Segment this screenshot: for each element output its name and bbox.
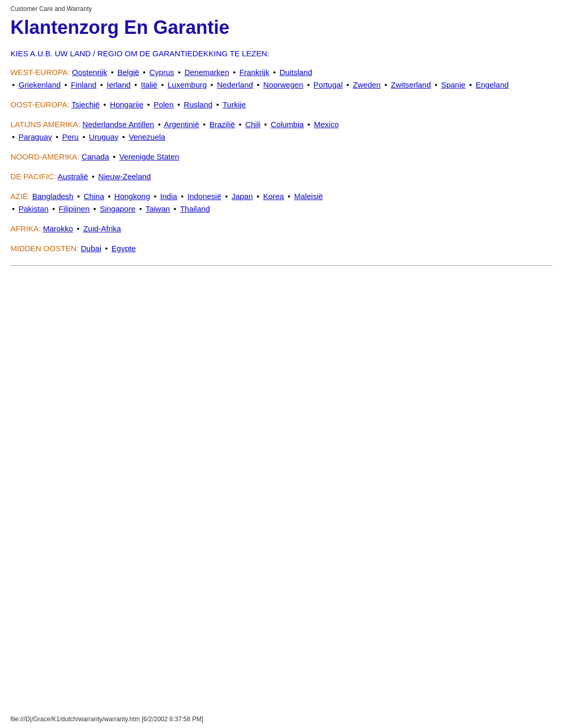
- bullet: •: [154, 192, 156, 201]
- bullet: •: [178, 68, 180, 77]
- link-mexico[interactable]: Mexico: [314, 120, 339, 129]
- region-azie: AZIË: Bangladesh • China • Hongkong • In…: [10, 190, 553, 215]
- region-label-de-pacific: DE PACIFIC:: [10, 172, 56, 181]
- region-oost-europa: OOST-EUROPA: Tsjechië • Hongarije • Pole…: [10, 98, 553, 111]
- link-korea[interactable]: Korea: [263, 192, 284, 201]
- link-turkije[interactable]: Turkije: [223, 100, 246, 109]
- bullet: •: [288, 192, 290, 201]
- link-canada[interactable]: Canada: [82, 152, 109, 161]
- link-engeland[interactable]: Engeland: [475, 80, 508, 89]
- region-de-pacific: DE PACIFIC: Australië • Nieuw-Zeeland: [10, 170, 553, 183]
- region-afrika: AFRIKA: Marokko • Zuid-Afrika: [10, 223, 553, 235]
- link-marokko[interactable]: Marokko: [43, 224, 74, 233]
- region-label-west-europa: WEST-EUROPA:: [10, 68, 70, 77]
- link-frankrijk[interactable]: Frankrijk: [239, 68, 270, 77]
- bullet: •: [100, 80, 103, 89]
- link-zwitserland[interactable]: Zwitserland: [391, 80, 431, 89]
- region-label-latijns-amerika: LATIJNS AMERIKA:: [10, 120, 80, 129]
- link-japan[interactable]: Japan: [231, 192, 253, 201]
- link-nieuw-zeeland[interactable]: Nieuw-Zeeland: [99, 172, 151, 181]
- link-brazili[interactable]: Brazilië: [210, 120, 235, 129]
- link-maleisi[interactable]: Maleisië: [294, 192, 323, 201]
- link-bangladesh[interactable]: Bangladesh: [32, 192, 74, 201]
- link-australi[interactable]: Australië: [58, 172, 88, 181]
- bullet: •: [161, 80, 164, 89]
- link-taiwan[interactable]: Taiwan: [145, 204, 170, 213]
- region-west-europa: WEST-EUROPA: Oostenrijk • België • Cypru…: [10, 66, 553, 91]
- link-tsjechi[interactable]: Tsjechië: [71, 100, 100, 109]
- link-polen[interactable]: Polen: [154, 100, 174, 109]
- link-belgi[interactable]: België: [117, 68, 139, 77]
- link-dubai[interactable]: Dubai: [81, 244, 101, 253]
- bullet: •: [77, 224, 79, 233]
- region-label-noord-amerika: NOORD-AMERIKA:: [10, 152, 80, 161]
- link-denemarken[interactable]: Denemarken: [185, 68, 229, 77]
- bullet: •: [203, 120, 205, 129]
- bullet: •: [139, 204, 142, 213]
- bullet: •: [12, 204, 15, 213]
- link-paraguay[interactable]: Paraguay: [18, 132, 52, 141]
- bullet: •: [211, 80, 213, 89]
- bullet: •: [77, 192, 80, 201]
- link-chili[interactable]: Chili: [245, 120, 260, 129]
- link-duitsland[interactable]: Duitsland: [279, 68, 312, 77]
- link-spanje[interactable]: Spanje: [441, 80, 466, 89]
- bullet: •: [108, 192, 111, 201]
- link-nederland[interactable]: Nederland: [217, 80, 253, 89]
- bullet: •: [435, 80, 437, 89]
- bullet: •: [257, 80, 260, 89]
- bullet: •: [174, 204, 176, 213]
- link-oostenrijk[interactable]: Oostenrijk: [72, 68, 107, 77]
- link-venezuela[interactable]: Venezuela: [129, 132, 165, 141]
- link-zweden[interactable]: Zweden: [353, 80, 381, 89]
- bullet: •: [52, 204, 55, 213]
- link-rusland[interactable]: Rusland: [184, 100, 213, 109]
- page-title: Klantenzorg En Garantie: [10, 17, 553, 39]
- bullet: •: [93, 204, 96, 213]
- link-ierland[interactable]: Ierland: [107, 80, 131, 89]
- link-peru[interactable]: Peru: [62, 132, 79, 141]
- bullet: •: [177, 100, 180, 109]
- link-finland[interactable]: Finland: [71, 80, 96, 89]
- link-nederlandse-antillen[interactable]: Nederlandse Antillen: [82, 120, 154, 129]
- link-filipijnen[interactable]: Filipijnen: [59, 204, 90, 213]
- region-label-oost-europa: OOST-EUROPA:: [10, 100, 69, 109]
- bullet: •: [256, 192, 259, 201]
- link-indonesi[interactable]: Indonesië: [187, 192, 221, 201]
- bullet: •: [264, 120, 267, 129]
- link-cyprus[interactable]: Cyprus: [150, 68, 175, 77]
- link-hongkong[interactable]: Hongkong: [114, 192, 150, 201]
- bullet: •: [273, 68, 276, 77]
- bullet: •: [82, 132, 85, 141]
- link-luxemburg[interactable]: Luxemburg: [168, 80, 207, 89]
- link-india[interactable]: India: [160, 192, 177, 201]
- link-egypte[interactable]: Egypte: [112, 244, 136, 253]
- link-zuid-afrika[interactable]: Zuid-Afrika: [83, 224, 121, 233]
- link-itali[interactable]: Italië: [141, 80, 157, 89]
- bullet: •: [113, 152, 115, 161]
- link-china[interactable]: China: [84, 192, 104, 201]
- bullet: •: [122, 132, 125, 141]
- separator: [10, 265, 553, 266]
- region-label-afrika: AFRIKA:: [10, 224, 41, 233]
- link-pakistan[interactable]: Pakistan: [18, 204, 48, 213]
- link-noorwegen[interactable]: Noorwegen: [263, 80, 303, 89]
- region-latijns-amerika: LATIJNS AMERIKA: Nederlandse Antillen • …: [10, 118, 553, 143]
- bullet: •: [233, 68, 236, 77]
- link-thailand[interactable]: Thailand: [180, 204, 210, 213]
- link-verenigde-staten[interactable]: Verenigde Staten: [119, 152, 179, 161]
- link-portugal[interactable]: Portugal: [313, 80, 342, 89]
- bullet: •: [158, 120, 161, 129]
- link-uruguay[interactable]: Uruguay: [89, 132, 119, 141]
- bullet: •: [105, 244, 107, 253]
- region-label-midden-oosten: MIDDEN OOSTEN:: [10, 244, 79, 253]
- link-singapore[interactable]: Singapore: [100, 204, 135, 213]
- bullet: •: [92, 172, 94, 181]
- link-hongarije[interactable]: Hongarije: [110, 100, 143, 109]
- bullet: •: [469, 80, 472, 89]
- link-columbia[interactable]: Columbia: [271, 120, 303, 129]
- link-griekenland[interactable]: Griekenland: [18, 80, 60, 89]
- link-argentini[interactable]: Argentinië: [164, 120, 199, 129]
- bullet: •: [56, 132, 58, 141]
- bullet: •: [216, 100, 219, 109]
